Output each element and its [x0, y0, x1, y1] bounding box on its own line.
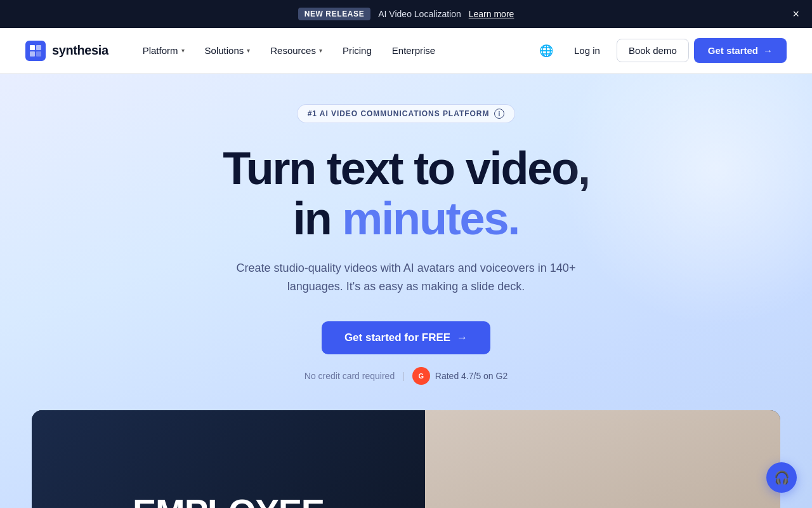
language-button[interactable]: 🌐	[535, 39, 558, 62]
hero-social-proof: No credit card required | G Rated 4.7/5 …	[304, 367, 508, 385]
nav-item-platform[interactable]: Platform ▾	[134, 40, 193, 61]
video-right-panel	[425, 410, 780, 508]
svg-rect-3	[30, 51, 35, 57]
hero-title-highlight: minutes.	[342, 193, 519, 244]
nav-item-resources[interactable]: Resources ▾	[261, 40, 331, 61]
learn-more-link[interactable]: Learn more	[469, 9, 514, 19]
video-text: EMPLOYEE	[133, 493, 324, 508]
navbar: synthesia Platform ▾ Solutions ▾ Resourc…	[0, 28, 812, 74]
hero-cta-arrow-icon: →	[457, 331, 468, 344]
chat-support-button[interactable]: 🎧	[766, 462, 797, 493]
get-started-nav-button[interactable]: Get started →	[694, 38, 787, 63]
book-demo-button[interactable]: Book demo	[617, 39, 689, 62]
g2-rating-text: Rated 4.7/5 on G2	[435, 371, 508, 381]
headset-icon: 🎧	[774, 470, 790, 485]
info-icon: i	[494, 109, 504, 119]
hero-cta-label: Get started for FREE	[344, 331, 450, 344]
hero-cta-button[interactable]: Get started for FREE →	[322, 321, 490, 354]
hero-subtitle: Create studio-quality videos with AI ava…	[228, 259, 584, 296]
solutions-label: Solutions	[205, 45, 244, 56]
logo-icon	[25, 41, 46, 61]
logo-text: synthesia	[52, 43, 108, 58]
hero-title: Turn text to video, in minutes.	[223, 144, 589, 244]
hero-badge: #1 AI VIDEO COMMUNICATIONS PLATFORM i	[297, 104, 516, 123]
hero-title-part2: in	[293, 193, 343, 244]
globe-icon: 🌐	[539, 44, 553, 58]
svg-rect-1	[30, 45, 35, 50]
nav-links: Platform ▾ Solutions ▾ Resources ▾ Prici…	[134, 40, 535, 61]
announcement-bar: NEW RELEASE AI Video Localization Learn …	[0, 0, 812, 28]
nav-item-pricing[interactable]: Pricing	[334, 40, 381, 61]
get-started-nav-arrow-icon: →	[763, 45, 773, 56]
hero-badge-text: #1 AI VIDEO COMMUNICATIONS PLATFORM	[308, 109, 490, 118]
video-thumbnail	[425, 410, 780, 508]
get-started-nav-label: Get started	[708, 45, 758, 56]
resources-label: Resources	[270, 45, 316, 56]
platform-label: Platform	[143, 45, 178, 56]
svg-rect-2	[36, 45, 41, 50]
nav-item-solutions[interactable]: Solutions ▾	[196, 40, 259, 61]
pricing-label: Pricing	[343, 45, 372, 56]
enterprise-label: Enterprise	[392, 45, 435, 56]
nav-item-enterprise[interactable]: Enterprise	[383, 40, 444, 61]
svg-rect-0	[25, 41, 46, 61]
nav-right: 🌐 Log in Book demo Get started →	[535, 38, 787, 63]
announcement-text: AI Video Localization	[378, 9, 461, 19]
video-left-panel: EMPLOYEE	[32, 410, 425, 508]
logo-link[interactable]: synthesia	[25, 41, 108, 61]
separator: |	[402, 371, 405, 381]
svg-rect-4	[36, 51, 41, 57]
video-inner: EMPLOYEE	[32, 410, 780, 508]
no-credit-card-text: No credit card required	[304, 371, 395, 381]
login-button[interactable]: Log in	[563, 39, 612, 62]
hero-section: #1 AI VIDEO COMMUNICATIONS PLATFORM i Tu…	[0, 74, 812, 508]
solutions-chevron-icon: ▾	[247, 47, 250, 54]
resources-chevron-icon: ▾	[319, 47, 322, 54]
close-announcement-button[interactable]: ×	[792, 8, 799, 20]
new-release-badge: NEW RELEASE	[298, 8, 371, 20]
g2-badge-icon: G	[412, 367, 430, 385]
video-preview: EMPLOYEE 🔇	[32, 410, 780, 508]
platform-chevron-icon: ▾	[181, 47, 185, 54]
hero-title-part1: Turn text to video,	[223, 143, 589, 194]
